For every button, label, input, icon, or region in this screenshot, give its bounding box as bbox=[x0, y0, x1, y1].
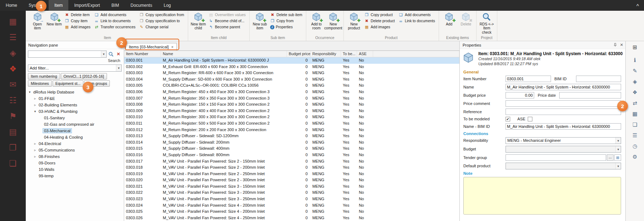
add-filter-dropdown[interactable]: Add filter... ▼ bbox=[28, 64, 122, 72]
copy-specification-from-button[interactable]: ❐Copy specification from bbox=[138, 12, 185, 18]
table-row-0303.005[interactable]: 0303.005COLIBRI-CCa+ALSc--OR-0001: COLIB… bbox=[124, 82, 459, 89]
collapsed-expander-icon[interactable]: ▹ bbox=[33, 142, 38, 145]
expanded-expander-icon[interactable]: ▾ bbox=[33, 110, 38, 113]
price-date-field[interactable] bbox=[559, 92, 621, 99]
rds-item-check-button[interactable]: RDS <-> Item check bbox=[478, 11, 495, 34]
clear-search-icon[interactable]: ✕ bbox=[115, 51, 122, 57]
table-row-0303.013[interactable]: 0303.013M_Supply Diffuser - Sidewall: SD… bbox=[124, 133, 459, 139]
filter-tab-milestones[interactable]: Milestones bbox=[28, 80, 52, 87]
tree-item-05-communications[interactable]: ▹05-Communications bbox=[26, 147, 124, 153]
column-header-item-number[interactable]: Item Number bbox=[124, 51, 161, 57]
budget-price-field[interactable] bbox=[506, 92, 534, 99]
menu-tab-home[interactable]: Home bbox=[0, 0, 23, 11]
note-textarea[interactable] bbox=[463, 177, 621, 215]
expanded-expander-icon[interactable]: ▾ bbox=[27, 90, 32, 94]
table-row-0303.001[interactable]: 0303.001M_Air Handling Unit - Split Syst… bbox=[124, 57, 459, 64]
close-icon[interactable]: ✕ bbox=[620, 43, 623, 47]
search-combobox[interactable]: ▼ bbox=[28, 51, 107, 58]
new-item-child-button[interactable]: ✚New item child bbox=[190, 11, 207, 30]
column-header-responsibility[interactable]: Responsibility bbox=[311, 51, 341, 57]
tree-item-99-temp[interactable]: 99-temp bbox=[26, 173, 124, 179]
new-product-button[interactable]: ✚New product bbox=[346, 11, 362, 30]
become-child-of-button[interactable]: ↳Become child of... bbox=[208, 18, 247, 24]
settings-icon[interactable]: ⚙ bbox=[630, 152, 640, 162]
table-row-0303.020[interactable]: 0303.020M_VAV Unit - Parallel Fan Powere… bbox=[124, 177, 459, 183]
become-parent-button[interactable]: ↰Become parent bbox=[208, 24, 247, 30]
tree-item-03-hvac-plumbing[interactable]: ▾03-HVAC & Plumbing bbox=[26, 108, 124, 115]
table-row-0303.010[interactable]: 0303.010M_Return Register: 300 x 300 Fac… bbox=[124, 114, 459, 120]
sync-icon[interactable]: ⇄ bbox=[630, 98, 640, 108]
add-to-room-button[interactable]: ✚Add to room bbox=[308, 11, 325, 30]
add-images-button[interactable]: ▦Add images bbox=[363, 24, 396, 30]
table-row-0303.021[interactable]: 0303.021M_VAV Unit - Parallel Fan Powere… bbox=[124, 183, 459, 190]
history-icon[interactable]: ◷ bbox=[630, 141, 640, 151]
reference-field[interactable] bbox=[506, 109, 621, 115]
menu-tab-documents[interactable]: Documents bbox=[125, 0, 158, 11]
transfer-occurrences-button[interactable]: ⇄Transfer occurrences bbox=[93, 24, 137, 30]
table-row-0303.009[interactable]: 0303.009M_Return Register: 400 x 400 Fac… bbox=[124, 108, 459, 114]
table-row-0303.008[interactable]: 0303.008M_Return Register: 150 x 150 Fac… bbox=[124, 101, 459, 108]
table-row-0303.017[interactable]: 0303.017M_VAV Unit - Parallel Fan Powere… bbox=[124, 158, 459, 165]
responsibility-dropdown[interactable]: MENG - Mechanical Engineer ▼ bbox=[506, 137, 621, 144]
add-images-button[interactable]: ▦Add images bbox=[63, 24, 92, 30]
delete-button[interactable]: ✖Delete bbox=[458, 11, 474, 26]
database-icon[interactable]: ☷ bbox=[5, 93, 21, 107]
table-row-0303.019[interactable]: 0303.019M_VAV Unit - Parallel Fan Powere… bbox=[124, 171, 459, 177]
grid-options-icon[interactable]: ⊞ bbox=[630, 42, 640, 52]
logistics-icon[interactable]: ⚑ bbox=[5, 109, 21, 123]
table-row-0303.007[interactable]: 0303.007M_Return Register: 350 x 350 Fac… bbox=[124, 95, 459, 102]
filter-tab-item-numbering[interactable]: Item numbering bbox=[28, 73, 60, 80]
table-row-0303.023[interactable]: 0303.023M_VAV Unit - Parallel Fan Powere… bbox=[124, 196, 459, 202]
search-icon[interactable] bbox=[108, 51, 114, 57]
add-documents-button[interactable]: ❏Add documents bbox=[93, 12, 137, 18]
delete-sub-item-button[interactable]: ✖Delete sub item bbox=[269, 12, 303, 18]
menu-tab-item[interactable]: Item bbox=[49, 0, 68, 11]
menu-tab-bim[interactable]: BIM bbox=[106, 0, 125, 11]
menu-tab-log[interactable]: Log bbox=[158, 0, 176, 11]
add-button[interactable]: ✚Add bbox=[441, 11, 458, 26]
filter-tab-omnicl-1-2012-05-16[interactable]: OmniCl...1 [2012-05-16] bbox=[61, 73, 107, 80]
price-comment-field[interactable] bbox=[506, 100, 621, 107]
info-icon[interactable]: ℹ bbox=[630, 55, 640, 65]
tree-item-03-mechanical[interactable]: 03-Mechanical bbox=[26, 128, 124, 134]
new-sub-item-button[interactable]: ✚New sub item bbox=[252, 11, 268, 30]
close-tab-icon[interactable]: × bbox=[171, 45, 173, 49]
tender-group-lookup-icon[interactable]: ⊞ bbox=[614, 154, 621, 161]
tree-item-01-ff-e[interactable]: ▹01-FF&E bbox=[26, 95, 124, 102]
collapsed-expander-icon[interactable]: ▹ bbox=[33, 103, 38, 107]
tree-item-09-doors[interactable]: 09-Doors bbox=[26, 160, 124, 166]
link-to-documents-button[interactable]: ∞Link to documents bbox=[397, 18, 436, 24]
ase-checkbox[interactable] bbox=[528, 117, 532, 121]
list-icon[interactable]: ☰ bbox=[630, 130, 640, 140]
collapsed-expander-icon[interactable]: ▹ bbox=[33, 148, 38, 152]
properties-button[interactable]: iProperties bbox=[269, 24, 303, 30]
table-row-0303.002[interactable]: 0303.002M_Exhaust Grill: ER-600 x 600 Fa… bbox=[124, 64, 459, 70]
components-icon[interactable]: ❖ bbox=[5, 62, 21, 76]
rooms-icon[interactable]: ▦ bbox=[5, 14, 21, 29]
attachments-icon[interactable]: ✉ bbox=[5, 77, 21, 92]
images-icon[interactable]: ▦ bbox=[630, 109, 640, 119]
lists-icon[interactable]: ☰ bbox=[5, 30, 21, 44]
delete-product-button[interactable]: ✖Delete product bbox=[363, 18, 396, 24]
copy-specification-to-button[interactable]: ❐Copy specification to bbox=[138, 18, 185, 24]
search-link[interactable]: Search bbox=[26, 58, 124, 63]
copy-item-button[interactable]: ❐Copy item bbox=[63, 18, 92, 24]
tree-item-04-electrical[interactable]: ▹04-Electrical bbox=[26, 140, 124, 147]
column-header-budget-price[interactable]: Budget price bbox=[287, 51, 311, 57]
pin-icon[interactable] bbox=[613, 42, 617, 48]
open-item-button[interactable]: →Open item bbox=[29, 11, 46, 30]
overwritten-values-button[interactable]: ▤Overwritten values bbox=[208, 12, 247, 18]
filter-tab-equipment-st[interactable]: Equipment st... bbox=[53, 80, 84, 87]
bim-id-field[interactable] bbox=[576, 76, 621, 82]
table-row-0303.025[interactable]: 0303.025M_VAV Unit - Parallel Fan Powere… bbox=[124, 208, 459, 215]
chevron-down-icon[interactable]: ▼ bbox=[101, 51, 106, 57]
tree-item-01-sanitary[interactable]: 01-Sanitary bbox=[26, 115, 124, 121]
name-field[interactable] bbox=[506, 84, 621, 90]
documents-icon[interactable]: ❏ bbox=[630, 120, 640, 129]
collapsed-expander-icon[interactable]: ▹ bbox=[33, 97, 38, 100]
menu-tab-import-export[interactable]: Import/Export bbox=[68, 0, 106, 11]
reports-icon[interactable]: ▤ bbox=[5, 125, 21, 139]
name-bim-id-field[interactable] bbox=[506, 123, 621, 130]
table-row-0303.011[interactable]: 0303.011M_Return Register: 500 x 500 Fac… bbox=[124, 120, 459, 127]
new-component-button[interactable]: ✚New component bbox=[325, 11, 342, 30]
